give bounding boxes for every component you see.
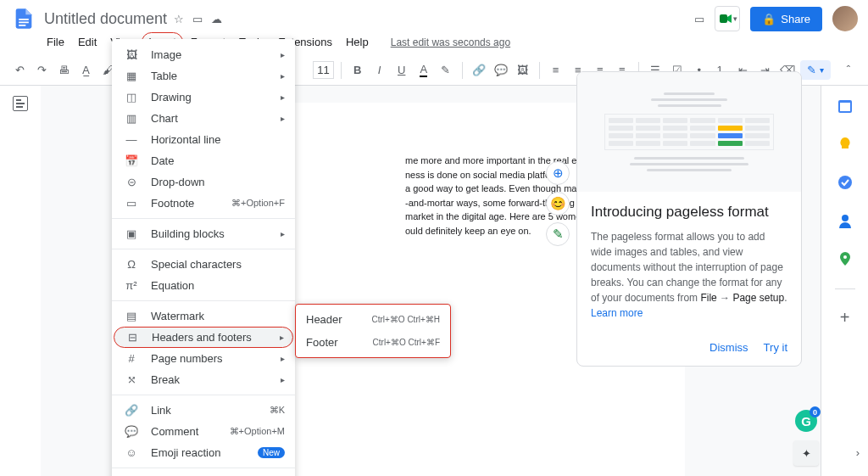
spellcheck-icon[interactable]: A̲ [76,59,95,81]
drawing-icon: ◫ [124,91,139,104]
side-panel-collapse-icon[interactable]: › [856,446,860,459]
add-comment-icon[interactable]: 💬 [492,59,510,81]
undo-icon[interactable]: ↶ [10,59,29,81]
menu-headers-footers[interactable]: ⊟Headers and footers▸ [114,327,293,348]
lock-icon: 🔒 [762,13,776,25]
tasks-icon[interactable] [837,174,854,193]
dropdown-icon: ⊝ [124,176,139,188]
align-left-icon[interactable]: ≡ [547,59,565,81]
hash-icon: # [124,352,139,365]
last-edit[interactable]: Last edit was seconds ago [385,34,516,51]
menu-dropdown[interactable]: ⊝Drop-down [112,171,295,193]
svg-rect-1 [19,22,29,24]
menu-file[interactable]: File [41,33,70,51]
new-badge: New [258,447,285,458]
menu-special-chars[interactable]: ΩSpecial characters [112,254,295,275]
share-label: Share [781,13,810,25]
insert-image-icon[interactable]: 🖼 [514,59,532,81]
learn-more-link[interactable]: Learn more [591,307,643,319]
print-icon[interactable]: 🖶 [54,59,73,81]
menu-table[interactable]: ▦Table▸ [112,65,295,87]
headers-footers-submenu: HeaderCtrl+⌘O Ctrl+⌘H FooterCtrl+⌘O Ctrl… [295,304,451,358]
table-icon: ▦ [124,70,139,82]
menu-link[interactable]: 🔗Link⌘K [112,400,295,421]
comment-history-icon[interactable]: ▭ [694,13,704,25]
doc-title[interactable]: Untitled document [44,10,167,28]
outline-icon[interactable] [13,96,28,111]
underline-icon[interactable]: U [392,59,411,81]
svg-rect-0 [19,19,29,20]
contacts-icon[interactable] [837,212,854,232]
menu-watermark[interactable]: ▤Watermark [112,305,295,327]
svg-point-8 [843,255,847,259]
grammarly-icon[interactable]: G [795,410,817,432]
avatar[interactable] [832,6,858,31]
link-icon: 🔗 [124,404,139,417]
menu-bookmark[interactable]: 🔖Bookmark [112,473,295,476]
menu-equation[interactable]: π²Equation [112,275,295,296]
keep-icon[interactable] [837,136,854,155]
break-icon: ⤲ [124,373,139,386]
italic-icon[interactable]: I [370,59,389,81]
submenu-header[interactable]: HeaderCtrl+⌘O Ctrl+⌘H [296,308,450,331]
menu-drawing[interactable]: ◫Drawing▸ [112,87,295,108]
highlight-icon[interactable]: ✎ [437,59,455,81]
move-icon[interactable]: ▭ [192,13,203,25]
menu-comment[interactable]: 💬Comment⌘+Option+M [112,421,295,442]
menu-emoji[interactable]: ☺Emoji reactionNew [112,442,295,463]
add-comment-chip[interactable]: ⊕ [546,161,570,185]
menu-edit[interactable]: Edit [72,33,103,51]
redo-icon[interactable]: ↷ [32,59,51,81]
comment-icon: 💬 [124,425,139,438]
insert-menu: 🖼Image▸ ▦Table▸ ◫Drawing▸ ▥Chart▸ ―Horiz… [112,39,295,476]
card-text: The pageless format allows you to add wi… [591,229,787,321]
reaction-bar: ⊕ 😊 ✎ [546,161,570,246]
svg-rect-2 [19,25,25,26]
side-panel: + [821,86,868,476]
hide-menus-icon[interactable]: ˆ [839,59,858,81]
editing-mode[interactable]: ✎ ▾ [800,60,831,80]
menu-date[interactable]: 📅Date [112,150,295,171]
pi-icon: π² [124,279,139,292]
text-color-icon[interactable]: A [415,59,433,81]
chart-icon: ▥ [124,112,139,125]
font-size[interactable]: 11 [313,61,334,79]
image-icon: 🖼 [124,48,139,61]
maps-icon[interactable] [837,250,854,270]
dismiss-button[interactable]: Dismiss [709,341,748,354]
link-icon[interactable]: 🔗 [470,59,488,81]
bold-icon[interactable]: B [348,59,367,81]
star-icon[interactable]: ☆ [174,13,184,25]
omega-icon: Ω [124,258,139,271]
card-illustration [577,72,801,192]
menu-building-blocks[interactable]: ▣Building blocks▸ [112,223,295,244]
calendar-icon[interactable] [837,98,854,117]
docs-logo[interactable] [10,5,37,32]
emoji-icon: ☺ [124,446,139,459]
meet-icon[interactable]: ▾ [715,6,740,31]
svg-point-7 [842,215,849,221]
explore-icon[interactable]: ✦ [793,440,819,466]
headers-icon: ⊟ [125,331,140,344]
blocks-icon: ▣ [124,227,139,240]
menu-break[interactable]: ⤲Break▸ [112,369,295,390]
submenu-footer[interactable]: FooterCtrl+⌘O Ctrl+⌘F [296,331,450,354]
menu-hr[interactable]: ―Horizontal line [112,129,295,150]
add-addon-icon[interactable]: + [840,308,850,328]
date-icon: 📅 [124,154,139,167]
menu-image[interactable]: 🖼Image▸ [112,44,295,65]
emoji-chip[interactable]: 😊 [546,192,570,216]
cloud-icon[interactable]: ☁ [211,13,222,25]
suggest-chip[interactable]: ✎ [546,222,570,246]
share-button[interactable]: 🔒 Share [750,7,822,31]
menu-page-numbers[interactable]: #Page numbers▸ [112,348,295,369]
watermark-icon: ▤ [124,310,139,322]
footnote-icon: ▭ [124,197,139,210]
menu-help[interactable]: Help [340,33,375,51]
hr-icon: ― [124,133,139,146]
try-it-button[interactable]: Try it [764,341,787,354]
menu-footnote[interactable]: ▭Footnote⌘+Option+F [112,193,295,214]
card-title: Introducing pageless format [591,204,787,221]
menu-chart[interactable]: ▥Chart▸ [112,108,295,129]
svg-rect-5 [840,103,850,111]
